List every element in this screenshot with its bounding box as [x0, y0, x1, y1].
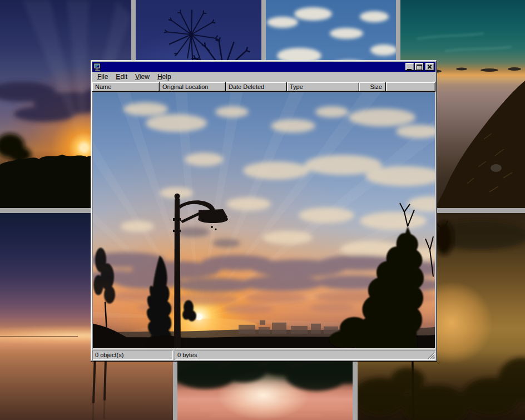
minimize-button[interactable]	[405, 63, 414, 71]
recycle-bin-window: FileEditViewHelp NameOriginal LocationDa…	[91, 60, 437, 362]
column-header-name[interactable]: Name	[92, 82, 160, 92]
column-header-date-deleted[interactable]: Date Deleted	[226, 82, 287, 92]
column-header-size[interactable]: Size	[359, 82, 386, 92]
status-size: 0 bytes	[175, 350, 435, 360]
column-headers: NameOriginal LocationDate DeletedTypeSiz…	[92, 82, 435, 92]
menu-file[interactable]: File	[93, 72, 112, 82]
close-icon	[427, 64, 433, 70]
status-objects: 0 object(s)	[92, 350, 173, 360]
silhouette-layer: pno	[93, 92, 435, 348]
sunset-street-lamp-photo: pno	[93, 92, 435, 348]
file-list-area[interactable]: pno	[92, 92, 435, 349]
column-header-type[interactable]: Type	[287, 82, 359, 92]
menu-view[interactable]: View	[131, 72, 153, 82]
minimize-icon	[407, 69, 412, 70]
window-titlebar[interactable]	[92, 62, 435, 72]
column-header-spacer[interactable]	[386, 82, 435, 92]
status-size-text: 0 bytes	[177, 352, 197, 358]
maximize-icon	[417, 65, 422, 70]
maximize-button[interactable]	[415, 63, 424, 71]
menu-edit[interactable]: Edit	[112, 72, 131, 82]
status-bar: 0 object(s) 0 bytes	[92, 350, 435, 360]
resize-grip[interactable]	[428, 352, 435, 359]
menu-bar: FileEditViewHelp	[92, 72, 435, 82]
computer-icon	[93, 63, 102, 71]
column-header-original-location[interactable]: Original Location	[160, 82, 226, 92]
close-button[interactable]	[425, 63, 434, 71]
menu-help[interactable]: Help	[153, 72, 175, 82]
desktop: FileEditViewHelp NameOriginal LocationDa…	[0, 0, 525, 420]
